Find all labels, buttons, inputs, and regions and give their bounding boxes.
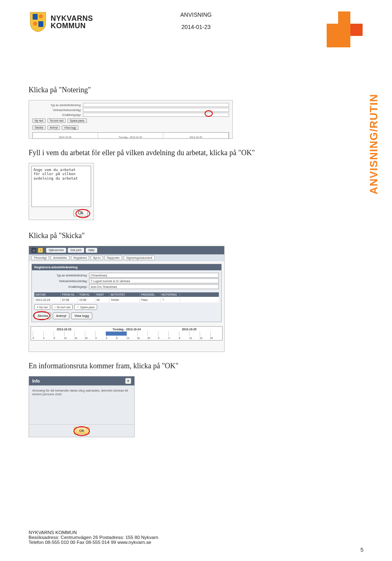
timeline-day: 2013-10-23	[33, 327, 95, 331]
label: Typ av arbetsförändring:	[32, 104, 81, 107]
sub-registrera[interactable]: Registrera	[71, 256, 89, 260]
note-textarea[interactable]: Ange vem du arbetat för eller på vilken …	[31, 166, 91, 207]
panel-title: Registrera arbetsförändring	[32, 264, 221, 270]
combo-type[interactable]	[83, 103, 229, 107]
btn-label: Ny rad	[39, 306, 48, 309]
new-row-button[interactable]: +Ny rad	[34, 304, 50, 310]
logo: NYKVARNS KOMMUN	[29, 11, 93, 33]
cancel-button[interactable]: Avbryt	[47, 125, 60, 130]
sub-signering[interactable]: Signeringsdokument	[124, 256, 155, 260]
help-icon[interactable]: ?	[38, 248, 43, 253]
tick: 12	[189, 337, 200, 339]
combo-verksamhet[interactable]: T Lugnet boende & Gr vårdnad	[89, 278, 219, 283]
combo-ersattning[interactable]: Auto Ers Timavlönad	[89, 284, 219, 289]
para-2: Fyll i vem du arbetat för eller på vilke…	[29, 149, 363, 157]
tick: 4	[106, 337, 116, 339]
col-tom: TOM KL	[78, 292, 95, 297]
footer-org: NYKVARNS KOMMUN	[29, 530, 363, 535]
close-icon[interactable]: ×	[125, 378, 131, 384]
label: Ersättningstyp:	[32, 114, 81, 116]
minus-icon: −	[54, 306, 56, 309]
timeline-day: Torsdag - 2013-10-24	[98, 133, 163, 138]
col-datum: DATUM	[34, 292, 61, 297]
log-button[interactable]: Visa logg	[71, 312, 92, 319]
cell-pass[interactable]: Pass	[140, 297, 160, 303]
timeline-day: Torsdag - 2013-10-24	[95, 327, 158, 331]
sub-rapporter[interactable]: Rapporter	[105, 256, 122, 260]
cell-tom[interactable]: 15:00	[78, 297, 95, 303]
svg-rect-1	[38, 21, 43, 27]
delete-row-button[interactable]: Ta bort rad	[47, 118, 66, 123]
send-button[interactable]: Skicka	[32, 125, 46, 130]
tab-hjalp[interactable]: Hjälp	[86, 248, 97, 253]
timeline-day: 2013-10-25	[158, 327, 220, 331]
tick: 20	[85, 337, 96, 339]
btn-label: Spara pass	[80, 306, 94, 309]
tick: 0	[95, 337, 106, 339]
plus-icon: +	[37, 306, 38, 309]
cell-datum[interactable]: 2013-10-24	[34, 297, 61, 303]
sub-menu: Personligt Arbetstider Registrera Byt ld…	[29, 254, 224, 261]
cell-notering[interactable]: ✎	[160, 297, 180, 303]
delete-row-button[interactable]: −Ta bort rad	[52, 304, 73, 310]
logo-text: NYKVARNS KOMMUN	[51, 15, 93, 29]
timeline-day: 2013-10-25	[163, 133, 229, 138]
tick: 16	[74, 337, 85, 339]
tick: 4	[43, 337, 54, 339]
para-1: Klicka på "Notering"	[29, 86, 363, 94]
log-button[interactable]: Visa logg	[62, 125, 78, 130]
save-pass-button[interactable]: ✓Spara pass	[74, 304, 97, 310]
svg-point-2	[39, 14, 43, 18]
sub-arbetstider[interactable]: Arbetstider	[51, 256, 69, 260]
dialog-footer: Ok	[29, 424, 134, 437]
footer-phone: Telefon 08-555 010 00 Fax 08-555 014 99 …	[29, 540, 363, 545]
table-header: DATUM FROM KL TOM KL RAST AKTIVITET PASS…	[34, 292, 219, 297]
col-pass: PASS/DEL	[140, 292, 160, 297]
footer-address: Besöksadress: Centrumvägen 26 Postadress…	[29, 535, 363, 540]
cell-aktivitet[interactable]: Timlön	[109, 297, 140, 303]
dialog-title: Info	[32, 379, 40, 383]
screenshot-2: Ange vem du arbetat för eller på vilken …	[29, 163, 94, 220]
tick: 20	[210, 337, 221, 339]
cell-from[interactable]: 07:00	[61, 297, 78, 303]
combo-type[interactable]: (Timavlönad)	[89, 273, 219, 278]
label: Verksamhetsunderlag:	[34, 280, 87, 283]
tick: 16	[200, 337, 210, 339]
dialog-titlebar: Info ×	[29, 376, 134, 385]
new-row-button[interactable]: Ny rad	[32, 118, 46, 123]
shift-block	[106, 332, 127, 336]
col-from: FROM KL	[61, 292, 78, 297]
cell-rast[interactable]: 30	[95, 297, 109, 303]
cancel-button[interactable]: Avbryt	[53, 312, 69, 319]
page-number: 5	[361, 547, 363, 553]
doc-date: 2014-01-23	[180, 24, 212, 30]
check-icon: ✓	[77, 305, 79, 309]
tick: 20	[147, 337, 158, 339]
panel-registrera: Registrera arbetsförändring Typ av arbet…	[31, 264, 222, 322]
tick: 0	[158, 337, 169, 339]
sub-byt-id[interactable]: Byt ld	[91, 256, 103, 260]
para-3: Klicka på "Skicka"	[29, 232, 363, 240]
col-rast: RAST	[95, 292, 109, 297]
tab-sok-jobb[interactable]: Sök jobb	[68, 248, 84, 253]
tab-sjalvservice[interactable]: Självservice	[46, 248, 66, 253]
tick: 12	[127, 337, 137, 339]
save-pass-button[interactable]: Spara pass	[67, 118, 87, 123]
label: Verksamhetsunderlag:	[32, 109, 81, 111]
footer: NYKVARNS KOMMUN Besöksadress: Centrumväg…	[29, 530, 363, 545]
btn-label: Ta bort rad	[57, 306, 70, 309]
para-4: En informationsruta kommer fram, klicka …	[29, 362, 363, 370]
home-icon[interactable]: ⌂	[31, 248, 36, 253]
tick: 12	[64, 337, 75, 339]
sub-personligt[interactable]: Personligt	[31, 256, 49, 260]
label: Typ av arbetsförändring:	[34, 274, 87, 277]
col-aktivitet: AKTIVITET	[109, 292, 140, 297]
note-icon[interactable]: ✎	[162, 298, 165, 302]
page: NYKVARNS KOMMUN ANVISNING 2014-01-23 ANV…	[0, 0, 392, 561]
logo-line1: NYKVARNS	[51, 15, 93, 22]
top-menu: ⌂ ? Självservice Sök jobb Hjälp	[29, 246, 224, 254]
highlight-circle-icon	[74, 426, 90, 436]
decorative-squares	[327, 11, 363, 52]
tick: 8	[116, 337, 127, 339]
tick: 0	[33, 337, 43, 339]
